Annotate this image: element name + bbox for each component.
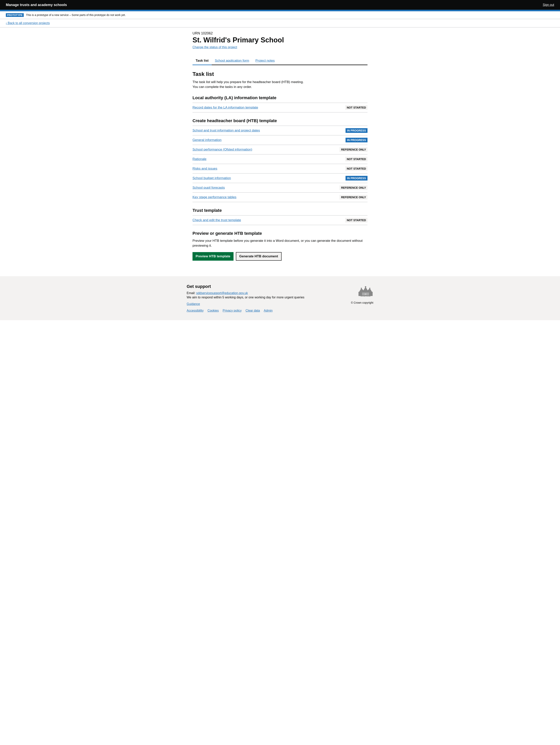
section-trust-title: Trust template (193, 208, 367, 213)
table-row: School budget information IN PROGRESS (193, 173, 367, 183)
task-list-description: The task list will help you prepare for … (193, 79, 367, 90)
main-content: URN 102062 St. Wilfrid's Primary School … (187, 27, 373, 264)
status-badge: REFERENCE ONLY (339, 147, 367, 152)
section-la-title: Local authority (LA) information templat… (193, 95, 367, 100)
table-row: School and trust information and project… (193, 126, 367, 135)
status-badge: NOT STARTED (345, 157, 367, 161)
svg-point-3 (361, 288, 362, 289)
svg-point-2 (365, 286, 366, 288)
footer-bottom-links: Accessibility Cookies Privacy policy Cle… (187, 309, 351, 313)
task-link-record-dates[interactable]: Record dates for the LA information temp… (193, 106, 258, 109)
school-info: URN 102062 St. Wilfrid's Primary School … (193, 31, 367, 53)
blue-bar (0, 10, 560, 11)
status-badge: IN PROGRESS (345, 138, 367, 142)
svg-text:ER: ER (365, 293, 366, 294)
table-row: School pupil forecasts REFERENCE ONLY (193, 183, 367, 192)
task-link-school-performance[interactable]: School performance (Ofsted information) (193, 148, 252, 151)
tab-project-notes[interactable]: Project notes (253, 57, 278, 65)
school-name: St. Wilfrid's Primary School (193, 36, 367, 44)
task-link-rationale[interactable]: Rationale (193, 157, 206, 161)
site-footer: Get support Email: sddservicesupport@edu… (0, 276, 560, 320)
section-la-table: Record dates for the LA information temp… (193, 103, 367, 112)
table-row: Record dates for the LA information temp… (193, 103, 367, 112)
change-status-link[interactable]: Change the status of this project (193, 45, 237, 49)
footer-link-accessibility[interactable]: Accessibility (187, 309, 204, 313)
svg-point-4 (369, 288, 370, 289)
table-row: Rationale NOT STARTED (193, 154, 367, 164)
task-link-school-trust-info[interactable]: School and trust information and project… (193, 129, 260, 132)
status-badge: NOT STARTED (345, 105, 367, 110)
task-link-key-stage[interactable]: Key stage performance tables (193, 195, 236, 199)
status-badge: NOT STARTED (345, 218, 367, 223)
footer-right: ER GOD SAVE THE KING © Crown copyright (351, 284, 373, 304)
footer-left: Get support Email: sddservicesupport@edu… (187, 284, 351, 313)
tab-task-list[interactable]: Task list (193, 57, 212, 65)
footer-links: Guidance (187, 302, 351, 306)
preview-section: Preview or generate HTB template Preview… (193, 231, 367, 261)
section-htb-table: School and trust information and project… (193, 126, 367, 202)
prototype-message: This is a prototype of a new service – S… (26, 13, 126, 17)
prototype-banner: PROTOTYPE This is a prototype of a new s… (0, 11, 560, 19)
tab-school-application-form[interactable]: School application form (212, 57, 253, 65)
footer-email-link[interactable]: sddservicesupport@education.gov.uk (196, 291, 248, 295)
table-row: Check and edit the trust template NOT ST… (193, 215, 367, 225)
task-list-section: Task list The task list will help you pr… (193, 71, 367, 261)
status-badge: REFERENCE ONLY (339, 185, 367, 190)
table-row: General information IN PROGRESS (193, 135, 367, 145)
preview-description: Preview your HTB template before you gen… (193, 238, 367, 248)
back-link[interactable]: Back to all conversion projects (6, 22, 50, 25)
crown-logo-icon: ER GOD SAVE THE KING (358, 284, 373, 299)
prototype-badge: PROTOTYPE (6, 13, 24, 17)
table-row: Risks and issues NOT STARTED (193, 164, 367, 173)
table-row: Key stage performance tables REFERENCE O… (193, 192, 367, 202)
svg-marker-1 (359, 287, 372, 292)
section-trust-table: Check and edit the trust template NOT ST… (193, 215, 367, 225)
task-link-risks-issues[interactable]: Risks and issues (193, 167, 218, 170)
table-row: School performance (Ofsted information) … (193, 145, 367, 154)
footer-link-cookies[interactable]: Cookies (207, 309, 219, 313)
task-link-general-info[interactable]: General information (193, 138, 222, 142)
sign-out-button[interactable]: Sign out (543, 3, 554, 7)
site-header: Manage trusts and academy schools Sign o… (0, 0, 560, 10)
school-urn: URN 102062 (193, 31, 367, 35)
footer-link-privacy[interactable]: Privacy policy (223, 309, 242, 313)
footer-link-clear-data[interactable]: Clear data (245, 309, 260, 313)
generate-htb-button[interactable]: Generate HTB document (236, 252, 282, 261)
task-list-title: Task list (193, 71, 367, 77)
status-badge: NOT STARTED (345, 166, 367, 171)
footer-email-line: Email: sddservicesupport@education.gov.u… (187, 291, 351, 295)
task-link-trust-template[interactable]: Check and edit the trust template (193, 218, 241, 222)
preview-title: Preview or generate HTB template (193, 231, 367, 236)
svg-text:GOD SAVE THE KING: GOD SAVE THE KING (361, 296, 370, 297)
button-group: Preview HTB template Generate HTB docume… (193, 252, 367, 261)
site-title[interactable]: Manage trusts and academy schools (6, 3, 67, 7)
status-badge: IN PROGRESS (345, 176, 367, 181)
footer-link-guidance[interactable]: Guidance (187, 302, 200, 306)
footer-support-title: Get support (187, 284, 351, 289)
status-badge: IN PROGRESS (345, 128, 367, 133)
task-link-school-budget[interactable]: School budget information (193, 176, 231, 180)
footer-response-time: We aim to respond within 5 working days,… (187, 296, 351, 299)
crown-copyright: © Crown copyright (351, 301, 373, 304)
footer-link-admin[interactable]: Admin (264, 309, 273, 313)
back-link-container: Back to all conversion projects (0, 19, 560, 27)
section-htb-title: Create headteacher board (HTB) template (193, 118, 367, 123)
preview-htb-button[interactable]: Preview HTB template (193, 252, 233, 261)
tab-nav: Task list School application form Projec… (193, 57, 367, 65)
task-link-school-pupil-forecasts[interactable]: School pupil forecasts (193, 186, 225, 190)
status-badge: REFERENCE ONLY (339, 195, 367, 200)
